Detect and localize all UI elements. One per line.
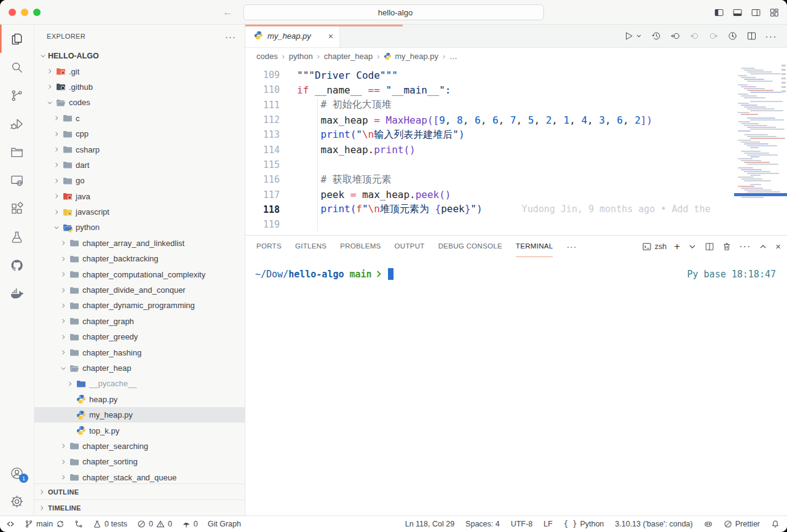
tree-item-chapter-dynamic-programming[interactable]: chapter_dynamic_programming <box>34 298 245 313</box>
tree-item-cpp[interactable]: cpp <box>34 126 245 141</box>
activity-item-extensions[interactable] <box>0 194 34 223</box>
tree-item-chapter-backtracking[interactable]: chapter_backtracking <box>34 251 245 266</box>
status-interpreter[interactable]: 3.10.13 ('base': conda) <box>615 520 692 528</box>
tree-item--github[interactable]: .github <box>34 79 245 95</box>
status-git-graph[interactable]: Git Graph <box>208 520 241 528</box>
history-back-button[interactable]: ← <box>223 6 233 18</box>
activity-item-testing[interactable] <box>0 223 34 251</box>
tree-item--pycache-[interactable]: __pycache__ <box>34 376 245 391</box>
code-editor[interactable]: 109"""Driver Code"""110if __name__ == "_… <box>245 65 787 235</box>
tree-item-chapter-searching[interactable]: chapter_searching <box>34 439 245 454</box>
more-button[interactable]: ··· <box>765 31 778 41</box>
activity-item-settings[interactable] <box>0 487 34 515</box>
breadcrumb-item-chapter_heap[interactable]: chapter_heap <box>324 52 373 61</box>
status-copilot[interactable] <box>704 520 713 528</box>
tree-item-chapter-greedy[interactable]: chapter_greedy <box>34 329 245 344</box>
tree-item-python[interactable]: python <box>34 220 245 235</box>
panel-more-tabs-button[interactable]: ··· <box>566 242 577 252</box>
zoom-window-button[interactable] <box>33 9 41 16</box>
status-tests[interactable]: 0 tests <box>93 520 127 528</box>
status-indentation[interactable]: Spaces: 4 <box>465 520 500 528</box>
sidebar-more-actions-button[interactable]: ··· <box>225 31 236 42</box>
tree-item-chapter-sorting[interactable]: chapter_sorting <box>34 454 245 469</box>
tree-item-csharp[interactable]: csharp <box>34 141 245 157</box>
open-changes-button[interactable] <box>670 31 681 41</box>
activity-item-explorer[interactable] <box>0 25 34 53</box>
close-window-button[interactable] <box>9 9 16 16</box>
tree-item-java[interactable]: java <box>34 189 245 204</box>
panel-tab-problems[interactable]: PROBLEMS <box>340 236 381 257</box>
activity-item-folder-library[interactable] <box>0 138 34 166</box>
terminal-dropdown-icon[interactable] <box>687 242 697 252</box>
split-terminal-icon[interactable] <box>705 242 714 252</box>
activity-item-accounts[interactable]: 1 <box>0 459 34 487</box>
toggle-secondary-sidebar-button[interactable] <box>751 7 761 18</box>
panel-tab-terminal[interactable]: TERMINAL <box>516 236 553 257</box>
split-editor-button[interactable] <box>746 31 757 41</box>
tree-item-go[interactable]: go <box>34 173 245 188</box>
customize-layout-button[interactable] <box>769 7 780 18</box>
gitlens-graph-button[interactable] <box>727 31 738 41</box>
breadcrumb-item-my_heap-py[interactable]: my_heap.py <box>384 52 438 61</box>
tree-item-chapter-stack-and-queue[interactable]: chapter_stack_and_queue <box>34 470 245 483</box>
status-problems[interactable]: 00 <box>137 520 172 528</box>
section-outline[interactable]: OUTLINE <box>34 483 245 499</box>
run-python-file-button[interactable] <box>623 31 643 41</box>
tree-item-chapter-graph[interactable]: chapter_graph <box>34 314 245 329</box>
tab-my-heap[interactable]: my_heap.py × <box>245 25 340 47</box>
activity-item-source-control[interactable] <box>0 81 34 109</box>
toggle-panel-button[interactable] <box>732 7 743 18</box>
breadcrumb-item-python[interactable]: python <box>289 52 313 61</box>
status-prettier[interactable]: Prettier <box>724 520 760 528</box>
minimap[interactable] <box>734 65 787 215</box>
breadcrumb-item--[interactable]: … <box>449 52 457 61</box>
terminal-shell-select[interactable]: zsh <box>642 242 666 252</box>
new-terminal-button[interactable]: + <box>674 240 680 253</box>
status-language[interactable]: { }Python <box>564 520 604 528</box>
minimize-window-button[interactable] <box>21 9 28 16</box>
tree-item-hello-algo[interactable]: HELLO-ALGO <box>34 48 245 63</box>
maximize-panel-icon[interactable] <box>758 242 768 252</box>
tree-item--git[interactable]: .git <box>34 63 245 79</box>
tree-item-chapter-heap[interactable]: chapter_heap <box>34 360 245 376</box>
status-gitlens[interactable] <box>74 520 83 528</box>
status-eol[interactable]: LF <box>544 520 553 528</box>
tree-item-top-k-py[interactable]: top_k.py <box>34 423 245 438</box>
activity-item-docker[interactable] <box>0 279 34 308</box>
activity-item-search[interactable] <box>0 53 34 81</box>
panel-tab-ports[interactable]: PORTS <box>256 236 282 257</box>
status-encoding[interactable]: UTF-8 <box>511 520 532 528</box>
status-remote[interactable] <box>6 520 15 528</box>
tree-item-chapter-divide-and-conquer[interactable]: chapter_divide_and_conquer <box>34 282 245 298</box>
terminal-view[interactable]: ~/Dow/hello-algo main Py base 18:18:47 <box>245 257 787 515</box>
panel-tab-debug-console[interactable]: DEBUG CONSOLE <box>438 236 502 257</box>
kill-terminal-icon[interactable] <box>722 242 732 252</box>
panel-tab-gitlens[interactable]: GITLENS <box>295 236 326 257</box>
close-tab-icon[interactable]: × <box>328 31 333 41</box>
activity-item-run-debug[interactable] <box>0 109 34 138</box>
status-branch[interactable]: main <box>25 520 65 528</box>
activity-item-remote-explorer[interactable] <box>0 166 34 194</box>
status-cursor-position[interactable]: Ln 118, Col 29 <box>405 520 454 528</box>
section-timeline[interactable]: TIMELINE <box>34 499 245 515</box>
tree-item-my-heap-py[interactable]: my_heap.py <box>34 407 245 423</box>
tree-item-c[interactable]: c <box>34 111 245 126</box>
tree-item-chapter-array-and-linkedlist[interactable]: chapter_array_and_linkedlist <box>34 236 245 251</box>
history-button[interactable] <box>651 31 662 41</box>
status-ports[interactable]: 0 <box>182 520 198 528</box>
panel-more-actions-icon[interactable]: ··· <box>739 241 751 252</box>
toggle-sidebar-button[interactable] <box>714 7 724 18</box>
breadcrumb-item-codes[interactable]: codes <box>256 52 278 61</box>
tree-item-chapter-computational-complexity[interactable]: chapter_computational_complexity <box>34 266 245 282</box>
tree-item-heap-py[interactable]: heap.py <box>34 392 245 407</box>
tree-item-chapter-hashing[interactable]: chapter_hashing <box>34 344 245 360</box>
tree-item-dart[interactable]: dart <box>34 157 245 173</box>
activity-item-github[interactable] <box>0 251 34 279</box>
status-notifications[interactable] <box>771 520 780 528</box>
command-center-search[interactable]: hello-algo <box>243 4 544 20</box>
next-change-button[interactable] <box>708 31 719 41</box>
prev-change-button[interactable] <box>689 31 700 41</box>
panel-tab-output[interactable]: OUTPUT <box>395 236 425 257</box>
tree-item-codes[interactable]: codes <box>34 95 245 110</box>
close-panel-icon[interactable]: × <box>775 241 781 252</box>
